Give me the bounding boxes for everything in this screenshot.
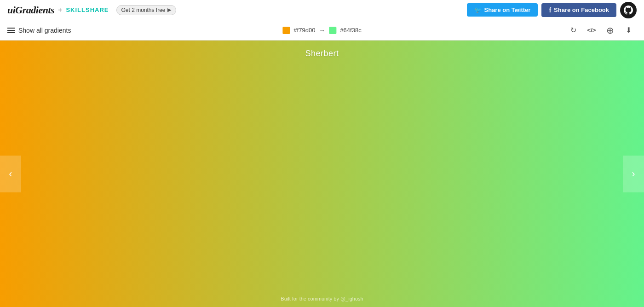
refresh-icon: ↻ bbox=[570, 26, 576, 35]
show-gradients-label: Show all gradients bbox=[18, 27, 71, 34]
twitter-label: Share on Twitter bbox=[484, 6, 531, 13]
show-gradients-button[interactable]: Show all gradients bbox=[7, 27, 71, 34]
add-icon: ⊕ bbox=[606, 25, 614, 36]
prev-gradient-button[interactable]: ‹ bbox=[0, 156, 21, 192]
download-icon: ⬇ bbox=[626, 26, 632, 35]
color-end-value: #64f38c bbox=[340, 27, 361, 34]
toolbar: Show all gradients #f79d00 → #64f38c ↻ <… bbox=[0, 20, 644, 41]
footer-credit: Built for the community by @_ighosh bbox=[281, 296, 363, 301]
facebook-label: Share on Facebook bbox=[554, 6, 609, 13]
gradient-name: Sherbert bbox=[305, 49, 339, 58]
add-button[interactable]: ⊕ bbox=[602, 22, 618, 39]
next-icon: › bbox=[632, 168, 635, 180]
refresh-button[interactable]: ↻ bbox=[565, 22, 581, 39]
skillshare-logo: SKILLSHARE bbox=[66, 6, 109, 13]
code-icon: </> bbox=[587, 27, 596, 34]
color-swatch-end bbox=[329, 27, 336, 34]
facebook-icon: f bbox=[549, 6, 551, 14]
color-start-value: #f79d00 bbox=[293, 27, 315, 34]
hamburger-icon bbox=[7, 28, 15, 33]
toolbar-actions: ↻ </> ⊕ ⬇ bbox=[565, 22, 637, 39]
promo-badge[interactable]: Get 2 months free ▶ bbox=[116, 5, 176, 15]
github-icon bbox=[624, 6, 633, 15]
prev-icon: ‹ bbox=[9, 168, 12, 180]
download-button[interactable]: ⬇ bbox=[620, 22, 637, 39]
facebook-share-button[interactable]: f Share on Facebook bbox=[541, 3, 616, 17]
github-button[interactable] bbox=[620, 2, 637, 18]
top-navigation: uiGradients + SKILLSHARE Get 2 months fr… bbox=[0, 0, 644, 20]
code-button[interactable]: </> bbox=[583, 22, 600, 39]
logo-area: uiGradients + SKILLSHARE Get 2 months fr… bbox=[7, 4, 176, 16]
promo-arrow: ▶ bbox=[167, 7, 171, 13]
twitter-icon: 🐦 bbox=[474, 6, 482, 13]
color-swatch-start bbox=[282, 27, 290, 34]
nav-right: 🐦 Share on Twitter f Share on Facebook bbox=[467, 2, 637, 18]
promo-text: Get 2 months free bbox=[121, 7, 166, 13]
twitter-share-button[interactable]: 🐦 Share on Twitter bbox=[467, 3, 538, 17]
color-info: #f79d00 → #64f38c bbox=[282, 27, 361, 34]
gradient-area: Sherbert ‹ › Built for the community by … bbox=[0, 41, 644, 307]
logo-text: uiGradients bbox=[7, 4, 54, 16]
logo-plus: + bbox=[58, 6, 62, 14]
arrow-icon: → bbox=[319, 27, 325, 34]
next-gradient-button[interactable]: › bbox=[623, 156, 644, 192]
